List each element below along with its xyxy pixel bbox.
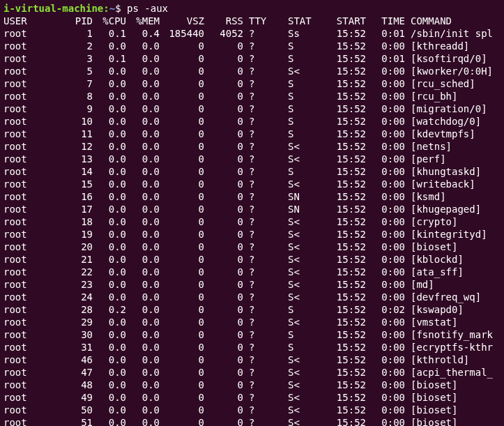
cell-tty: ?: [243, 140, 288, 153]
col-header-user: USER: [3, 15, 48, 27]
cell-start: 15:52: [321, 140, 366, 153]
cell-time: 0:00: [366, 316, 405, 328]
cell-vsz: 0: [160, 178, 204, 190]
cell-cpu: 0.0: [93, 190, 126, 203]
cell-pid: 16: [48, 190, 93, 203]
col-header-start: START: [321, 15, 366, 27]
cell-user: root: [3, 190, 48, 203]
cell-stat: S<: [288, 178, 321, 190]
cell-time: 0:00: [366, 178, 405, 190]
cell-tty: ?: [243, 128, 288, 140]
cell-user: root: [3, 404, 48, 416]
cell-vsz: 0: [160, 77, 204, 90]
cell-start: 15:52: [321, 27, 366, 40]
cell-rss: 0: [204, 178, 243, 190]
cell-rss: 0: [204, 303, 243, 316]
process-row: root480.00.000?S<15:520:00[bioset]: [3, 379, 501, 391]
cell-start: 15:52: [321, 391, 366, 404]
cell-cpu: 0.0: [93, 90, 126, 102]
cell-tty: ?: [243, 328, 288, 341]
cell-stat: S: [288, 165, 321, 178]
cell-time: 0:00: [366, 379, 405, 391]
process-row: root280.20.000?S15:520:02[kswapd0]: [3, 303, 501, 316]
cell-stat: S<: [288, 228, 321, 241]
cell-start: 15:52: [321, 366, 366, 379]
cell-vsz: 0: [160, 266, 204, 278]
cell-time: 0:00: [366, 77, 405, 90]
cell-cpu: 0.0: [93, 291, 126, 303]
cell-tty: ?: [243, 165, 288, 178]
cell-cpu: 0.0: [93, 102, 126, 115]
col-header-mem: %MEM: [126, 15, 160, 27]
cell-stat: S<: [288, 140, 321, 153]
cell-rss: 0: [204, 366, 243, 379]
cell-vsz: 0: [160, 115, 204, 128]
cell-start: 15:52: [321, 316, 366, 328]
cell-mem: 0.0: [126, 404, 160, 416]
cell-pid: 51: [48, 416, 93, 426]
cell-rss: 0: [204, 190, 243, 203]
cell-user: root: [3, 128, 48, 140]
cell-pid: 48: [48, 379, 93, 391]
cell-time: 0:00: [366, 278, 405, 291]
cell-cpu: 0.0: [93, 65, 126, 77]
process-row: root150.00.000?S<15:520:00[writeback]: [3, 178, 501, 190]
cell-mem: 0.0: [126, 115, 160, 128]
cell-stat: S: [288, 90, 321, 102]
cell-rss: 0: [204, 128, 243, 140]
cell-command: [ksmd]: [405, 190, 501, 203]
cell-cpu: 0.0: [93, 228, 126, 241]
cell-mem: 0.0: [126, 178, 160, 190]
cell-rss: 0: [204, 416, 243, 426]
cell-tty: ?: [243, 303, 288, 316]
cell-command: [ksoftirqd/0]: [405, 52, 501, 65]
cell-cpu: 0.0: [93, 77, 126, 90]
cell-user: root: [3, 27, 48, 40]
cell-rss: 0: [204, 65, 243, 77]
cell-command: [bioset]: [405, 379, 501, 391]
cell-vsz: 0: [160, 391, 204, 404]
cell-cpu: 0.0: [93, 316, 126, 328]
cell-vsz: 0: [160, 353, 204, 366]
cell-pid: 17: [48, 203, 93, 215]
process-row: root200.00.000?S<15:520:00[bioset]: [3, 241, 501, 253]
cell-rss: 0: [204, 291, 243, 303]
cell-stat: S<: [288, 65, 321, 77]
cell-pid: 1: [48, 27, 93, 40]
cell-user: root: [3, 115, 48, 128]
process-row: root140.00.000?S15:520:00[khungtaskd]: [3, 165, 501, 178]
cell-tty: ?: [243, 353, 288, 366]
cell-rss: 0: [204, 40, 243, 52]
cell-vsz: 0: [160, 128, 204, 140]
cell-pid: 23: [48, 278, 93, 291]
process-row: root460.00.000?S<15:520:00[kthrotld]: [3, 353, 501, 366]
cell-start: 15:52: [321, 40, 366, 52]
cell-user: root: [3, 328, 48, 341]
ps-header-row: USER PID %CPU %MEM VSZ RSS TTY STAT STAR…: [3, 15, 501, 27]
cell-command: [vmstat]: [405, 316, 501, 328]
cell-pid: 21: [48, 253, 93, 266]
cell-mem: 0.0: [126, 128, 160, 140]
cell-mem: 0.0: [126, 241, 160, 253]
cell-cpu: 0.0: [93, 404, 126, 416]
cell-tty: ?: [243, 228, 288, 241]
prompt-line[interactable]: i-virtual-machine:~$ ps -aux: [3, 2, 501, 15]
prompt-path: ~: [109, 3, 115, 14]
col-header-stat: STAT: [288, 15, 321, 27]
cell-tty: ?: [243, 178, 288, 190]
cell-rss: 0: [204, 153, 243, 165]
cell-cpu: 0.2: [93, 303, 126, 316]
cell-pid: 14: [48, 165, 93, 178]
cell-start: 15:52: [321, 90, 366, 102]
cell-start: 15:52: [321, 102, 366, 115]
cell-start: 15:52: [321, 404, 366, 416]
cell-cpu: 0.0: [93, 115, 126, 128]
cell-vsz: 0: [160, 366, 204, 379]
cell-cpu: 0.0: [93, 278, 126, 291]
cell-user: root: [3, 391, 48, 404]
cell-start: 15:52: [321, 416, 366, 426]
process-row: root290.00.000?S<15:520:00[vmstat]: [3, 316, 501, 328]
cell-tty: ?: [243, 115, 288, 128]
cell-start: 15:52: [321, 178, 366, 190]
cell-tty: ?: [243, 379, 288, 391]
